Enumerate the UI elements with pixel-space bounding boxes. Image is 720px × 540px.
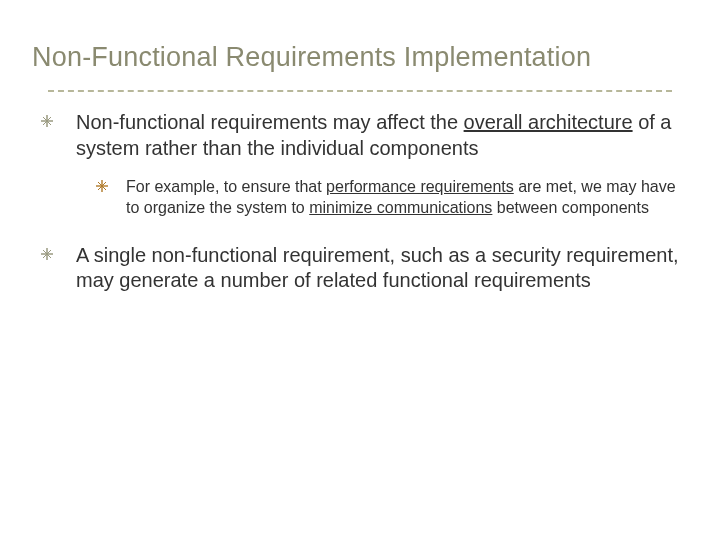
bullet-text: For example, to ensure that performance … [126, 177, 690, 219]
underlined-text: minimize communications [309, 199, 492, 216]
bullet-icon [40, 243, 76, 294]
bullet-icon [96, 177, 126, 219]
text-part: Non-functional requirements may affect t… [76, 111, 464, 133]
bullet-text: Non-functional requirements may affect t… [76, 110, 690, 161]
slide-title: Non-Functional Requirements Implementati… [32, 42, 688, 73]
text-part: For example, to ensure that [126, 178, 326, 195]
slide: Non-Functional Requirements Implementati… [0, 0, 720, 540]
underlined-text: overall architecture [464, 111, 633, 133]
bullet-text: A single non-functional requirement, suc… [76, 243, 690, 294]
bullet-level1: Non-functional requirements may affect t… [40, 110, 690, 161]
bullet-level2: For example, to ensure that performance … [96, 177, 690, 219]
bullet-level1: A single non-functional requirement, suc… [40, 243, 690, 294]
slide-body: Non-functional requirements may affect t… [40, 110, 690, 310]
text-part: between components [492, 199, 649, 216]
title-divider [48, 90, 672, 92]
bullet-icon [40, 110, 76, 161]
underlined-text: performance requirements [326, 178, 514, 195]
